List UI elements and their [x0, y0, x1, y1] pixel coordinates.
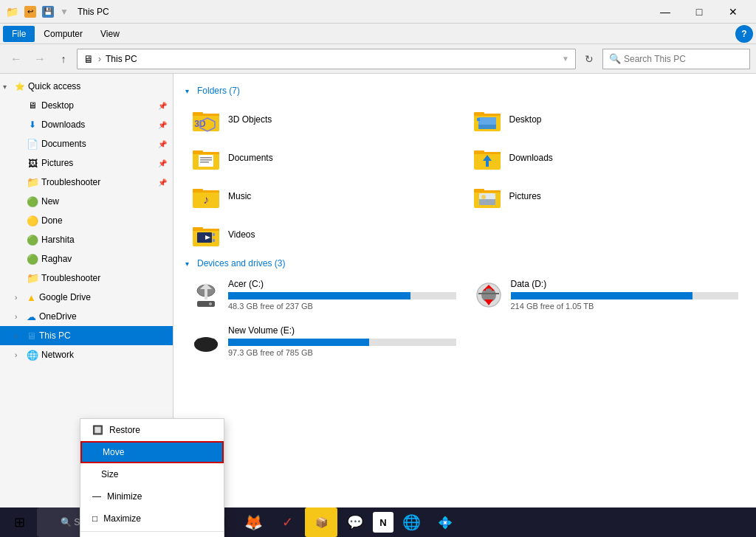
search-bar[interactable]: 🔍 [602, 49, 750, 69]
window-icon: 📁 [6, 6, 18, 18]
sidebar-item-new[interactable]: 🟢 New [0, 192, 173, 211]
help-button[interactable]: ? [735, 25, 753, 43]
context-close[interactable]: ✕ Close Alt+F4 [80, 533, 224, 537]
drive-item-e[interactable]: New Volume (E:) 97.3 GB free of 785 GB [185, 321, 462, 361]
folder-icon-2: 📁 [27, 272, 38, 284]
pin-icon-documents: 📌 [158, 140, 167, 148]
svg-rect-46 [478, 293, 499, 294]
drive-item-d[interactable]: Data (D:) 214 GB free of 1.05 TB [468, 274, 745, 315]
svg-rect-18 [200, 162, 209, 163]
taskbar-app1[interactable]: 📦 [305, 507, 337, 537]
sidebar-item-downloads[interactable]: ⬇ Downloads 📌 [0, 115, 173, 134]
quick-access-chevron: ▾ [3, 83, 12, 91]
sidebar-item-troubleshooter1[interactable]: 📁 Troubleshooter 📌 [0, 173, 173, 192]
pin-icon-downloads: 📌 [158, 121, 167, 129]
taskbar-chrome[interactable]: 🌐 [395, 507, 427, 537]
pin-icon-pictures: 📌 [158, 159, 167, 167]
folder-item-desktop[interactable]: Desktop [467, 102, 745, 137]
address-input[interactable] [106, 54, 559, 64]
taskbar-notion[interactable]: N [373, 512, 394, 533]
menu-computer[interactable]: Computer [35, 26, 92, 42]
new-icon: 🟢 [27, 195, 38, 207]
back-button[interactable]: ← [6, 49, 27, 69]
up-button[interactable]: ↑ [53, 49, 74, 69]
google-drive-header[interactable]: › ▲ Google Drive [0, 288, 173, 307]
pin-icon-desktop: 📌 [158, 102, 167, 110]
sidebar-item-pictures[interactable]: 🖼 Pictures 📌 [0, 153, 173, 173]
folder-item-pictures[interactable]: Pictures [467, 179, 745, 214]
svg-rect-16 [200, 157, 212, 159]
onedrive-chevron: › [15, 313, 24, 321]
title-bar: 📁 ↩ 💾 ▼ This PC — □ ✕ [0, 0, 756, 24]
sidebar-item-documents[interactable]: 📄 Documents 📌 [0, 134, 173, 153]
this-pc-chevron: › [15, 332, 24, 340]
context-restore[interactable]: 🔲 Restore [80, 419, 224, 441]
sidebar-item-desktop[interactable]: 🖥 Desktop 📌 [0, 96, 173, 115]
taskbar-app2[interactable]: 💬 [339, 507, 371, 537]
folder-item-videos[interactable]: Videos [185, 217, 464, 252]
network-label: Network [41, 350, 74, 360]
search-input[interactable] [624, 54, 743, 64]
svg-rect-35 [193, 229, 219, 231]
svg-point-32 [481, 195, 486, 199]
window-title: This PC [78, 7, 109, 17]
svg-point-43 [209, 302, 212, 305]
quick-access-label: Quick access [28, 81, 80, 91]
menu-view[interactable]: View [92, 26, 128, 42]
folder-icon-1: 📁 [27, 176, 38, 188]
sidebar-item-done[interactable]: 🟡 Done [0, 211, 173, 230]
context-move[interactable]: - Move [80, 441, 224, 463]
svg-text:♪: ♪ [203, 193, 209, 206]
forward-button[interactable]: → [30, 49, 50, 69]
drive-grid: Acer (C:) 48.3 GB free of 237 GB [185, 274, 744, 361]
folder-item-3d[interactable]: 3D 3D Objects [185, 102, 464, 137]
maximize-button[interactable]: □ [682, 0, 716, 24]
desktop-icon: 🖥 [27, 100, 38, 111]
drive-item-c[interactable]: Acer (C:) 48.3 GB free of 237 GB [185, 274, 462, 315]
downloads-icon: ⬇ [27, 119, 38, 131]
taskbar-app3[interactable]: 💠 [429, 507, 461, 537]
pictures-icon: 🖼 [27, 157, 38, 169]
harshita-icon: 🟢 [27, 234, 38, 246]
sidebar-item-harshita[interactable]: 🟢 Harshita [0, 230, 173, 249]
onedrive-header[interactable]: › ☁ OneDrive [0, 307, 173, 326]
close-button[interactable]: ✕ [716, 0, 750, 24]
google-drive-label: Google Drive [39, 292, 91, 302]
context-maximize[interactable]: □ Maximize [80, 507, 224, 530]
restore-icon: 🔲 [92, 425, 103, 435]
quick-access-header[interactable]: ▾ ⭐ Quick access [0, 77, 173, 96]
menu-bar: File Computer View ? [0, 24, 756, 44]
taskbar-firefox[interactable]: 🦊 [237, 507, 269, 537]
minimize-icon: — [92, 491, 101, 502]
drives-chevron: ▾ [185, 260, 194, 268]
folders-header[interactable]: ▾ Folders (7) [185, 86, 744, 96]
taskbar-todoist[interactable]: ✓ [271, 507, 303, 537]
svg-rect-29 [474, 190, 501, 193]
network-header[interactable]: › 🌐 Network [0, 345, 173, 364]
context-minimize[interactable]: — Minimize [80, 485, 224, 507]
minimize-button[interactable]: — [648, 0, 682, 24]
folder-item-downloads[interactable]: Downloads [467, 140, 745, 176]
context-menu: 🔲 Restore - Move - Size — Minimize □ Max… [80, 418, 224, 537]
drives-header[interactable]: ▾ Devices and drives (3) [185, 258, 744, 268]
svg-rect-10 [478, 117, 496, 125]
sidebar-item-raghav[interactable]: 🟢 Raghav [0, 249, 173, 268]
network-chevron: › [15, 351, 24, 359]
menu-file[interactable]: File [3, 26, 35, 42]
svg-rect-14 [193, 152, 219, 154]
toolbar: ← → ↑ 🖥 › ▼ ↻ 🔍 [0, 44, 756, 74]
svg-rect-31 [479, 199, 495, 205]
svg-rect-15 [199, 155, 213, 167]
sidebar-item-troubleshooter2[interactable]: 📁 Troubleshooter [0, 268, 173, 288]
refresh-button[interactable]: ↻ [579, 49, 599, 69]
svg-rect-17 [200, 159, 212, 161]
folder-item-documents[interactable]: Documents [185, 140, 464, 176]
context-separator [80, 531, 224, 532]
done-icon: 🟡 [27, 215, 38, 226]
folder-item-music[interactable]: ♪ Music [185, 179, 464, 214]
start-button[interactable]: ⊞ [3, 507, 35, 537]
svg-rect-25 [193, 190, 219, 193]
sidebar-item-this-pc[interactable]: › 🖥 This PC [0, 326, 173, 345]
address-bar[interactable]: 🖥 › ▼ [77, 49, 576, 69]
context-size[interactable]: - Size [80, 463, 224, 485]
